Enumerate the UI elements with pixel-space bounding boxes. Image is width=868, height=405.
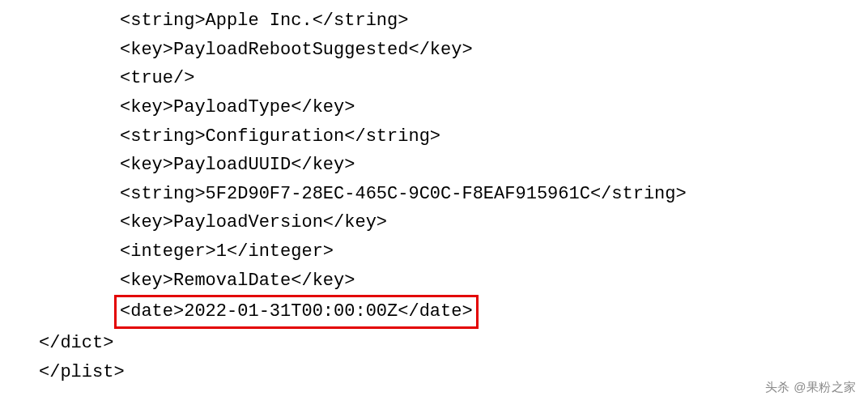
xml-line-string-apple: <string>Apple Inc.</string> bbox=[0, 6, 868, 36]
xml-line-close-dict: </dict> bbox=[0, 329, 868, 358]
highlight-box: <date>2022-01-31T00:00:00Z</date> bbox=[114, 295, 479, 329]
xml-line-true: <true/> bbox=[0, 64, 868, 93]
xml-line-close-plist: </plist> bbox=[0, 358, 868, 387]
watermark-text: 头杀 @果粉之家 bbox=[765, 377, 857, 397]
xml-line-key-reboot: <key>PayloadRebootSuggested</key> bbox=[0, 36, 868, 65]
xml-line-key-payloadversion: <key>PayloadVersion</key> bbox=[0, 208, 868, 237]
xml-line-string-configuration: <string>Configuration</string> bbox=[0, 122, 868, 151]
xml-line-date: <date>2022-01-31T00:00:00Z</date> bbox=[120, 301, 473, 322]
xml-line-date-highlighted-wrapper: <date>2022-01-31T00:00:00Z</date> bbox=[0, 295, 868, 329]
xml-line-string-uuid: <string>5F2D90F7-28EC-465C-9C0C-F8EAF915… bbox=[0, 180, 868, 209]
xml-line-key-payloadtype: <key>PayloadType</key> bbox=[0, 93, 868, 122]
xml-line-integer-1: <integer>1</integer> bbox=[0, 237, 868, 266]
xml-line-key-removaldate: <key>RemovalDate</key> bbox=[0, 266, 868, 296]
xml-line-key-payloaduuid: <key>PayloadUUID</key> bbox=[0, 151, 868, 180]
